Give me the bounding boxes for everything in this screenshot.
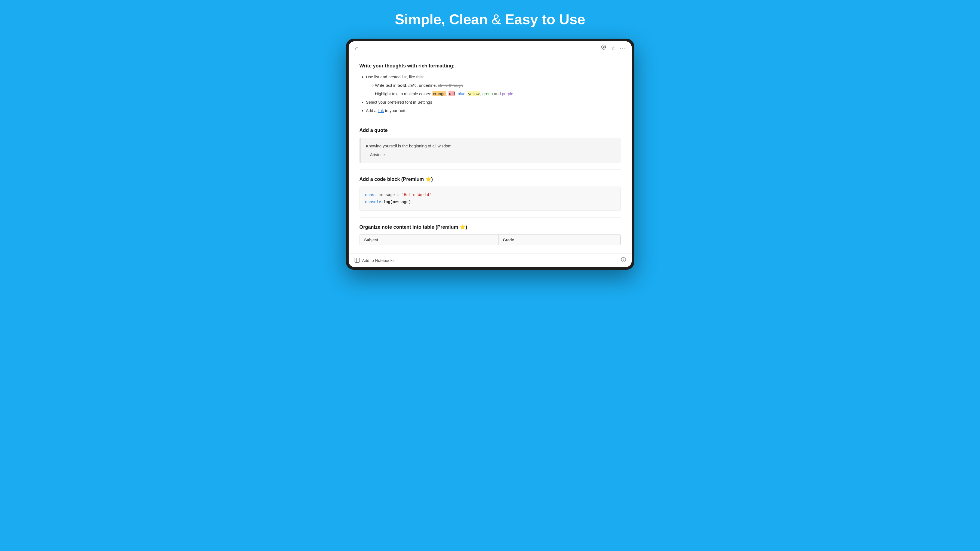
code-const: const [365,193,377,197]
svg-rect-1 [355,258,359,263]
list-item-3: Add a link to your note [366,107,621,114]
italic-text: italic [409,83,417,87]
blue-text: blue [458,91,465,96]
headline-connector: & [488,11,505,27]
section2-heading: Add a quote [360,127,621,133]
divider-3 [360,217,621,218]
table-col-grade: Grade [498,235,620,245]
device-frame: ⤢ ☆ ··· Write your thoughts with rich fo… [346,39,634,270]
device-screen: ⤢ ☆ ··· Write your thoughts with rich fo… [348,41,632,267]
data-table: Subject Grade [360,235,620,245]
quote-block: Knowing yourself is the beginning of all… [360,138,621,163]
bottom-bar: Add to Notebooks [348,254,632,267]
code-method: console [365,200,381,204]
info-button[interactable] [621,257,626,264]
table-col-subject: Subject [360,235,498,245]
green-text: green [482,91,493,96]
toolbar: ⤢ ☆ ··· [348,41,632,55]
strikethrough-text: strike-through [438,83,463,87]
underline-text: underline [419,83,436,87]
orange-text: orange [433,91,446,96]
headline-bold2: Easy to Use [505,11,585,27]
code-string: 'Hello World' [402,193,431,197]
formatting-list: Use list and nested list, like this: Wri… [360,73,621,114]
nested-item-1: Write text in bold, italic, underline, s… [371,82,621,89]
nested-item-2: Highlight text in multiple colors: orang… [371,90,621,97]
yellow-text: yellow [468,91,480,96]
star-button[interactable]: ☆ [611,45,616,51]
code-var: message [377,193,395,197]
expand-button[interactable]: ⤢ [354,45,358,51]
headline-bold1: Simple, Clean [395,11,488,27]
svg-point-0 [603,46,604,48]
code-block: const message = 'Hello World' console.lo… [360,187,621,211]
section4-heading: Organize note content into table (Premiu… [360,224,621,230]
quote-text: Knowing yourself is the beginning of all… [366,143,615,149]
code-line-2: console.log(message) [365,199,615,206]
bold-text: bold [398,83,406,87]
expand-icon: ⤢ [354,45,358,51]
list-item-1: Use list and nested list, like this: Wri… [366,73,621,97]
more-button[interactable]: ··· [620,45,626,51]
nested-list: Write text in bold, italic, underline, s… [366,82,621,97]
link-text[interactable]: link [378,108,384,113]
purple-text: purple [502,91,513,96]
code-line-1: const message = 'Hello World' [365,192,615,198]
page-headline: Simple, Clean & Easy to Use [395,11,585,28]
red-text: red [449,91,456,96]
table-preview: Subject Grade [360,235,621,245]
list-item-2: Select your preferred font in Settings [366,98,621,106]
add-to-notebooks-button[interactable]: Add to Notebooks [354,257,395,263]
notebook-icon [354,257,360,263]
content-area: Write your thoughts with rich formatting… [348,55,632,267]
section3-heading: Add a code block (Premium ⭐) [360,176,621,182]
add-to-notebooks-label: Add to Notebooks [362,258,395,263]
toolbar-actions: ☆ ··· [601,44,626,51]
pin-button[interactable] [601,44,606,51]
section1-heading: Write your thoughts with rich formatting… [360,63,621,69]
quote-author: —Aristotle [366,151,615,158]
